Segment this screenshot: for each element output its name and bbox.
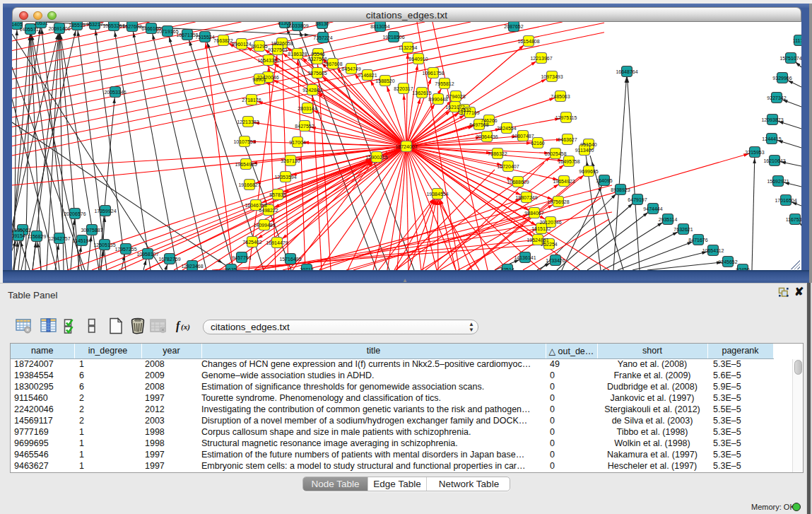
svg-text:3824554: 3824554 bbox=[497, 126, 516, 131]
svg-text:3267130: 3267130 bbox=[281, 158, 300, 163]
svg-text:62160: 62160 bbox=[531, 141, 545, 146]
svg-text:8220317: 8220317 bbox=[394, 86, 413, 91]
svg-text:15751074: 15751074 bbox=[779, 56, 801, 61]
svg-text:1733426: 1733426 bbox=[546, 258, 565, 263]
svg-text:10807487: 10807487 bbox=[512, 134, 534, 139]
svg-text:20531: 20531 bbox=[34, 22, 48, 25]
svg-text:7955812: 7955812 bbox=[435, 81, 454, 86]
svg-text:7515524: 7515524 bbox=[195, 35, 214, 40]
svg-text:917004: 917004 bbox=[289, 140, 305, 145]
svg-text:7625402: 7625402 bbox=[242, 240, 261, 245]
svg-text:9463627: 9463627 bbox=[558, 137, 577, 142]
svg-text:8454749: 8454749 bbox=[341, 66, 360, 71]
svg-text:20206576: 20206576 bbox=[64, 211, 86, 216]
svg-text:9884067: 9884067 bbox=[524, 211, 543, 216]
svg-text:8990448: 8990448 bbox=[428, 97, 447, 102]
svg-text:9474444: 9474444 bbox=[643, 206, 662, 211]
svg-text:1588520: 1588520 bbox=[375, 78, 394, 83]
svg-text:8938923: 8938923 bbox=[611, 187, 630, 192]
svg-text:9457791: 9457791 bbox=[232, 255, 251, 260]
svg-text:9777169: 9777169 bbox=[460, 110, 479, 115]
svg-text:18724007: 18724007 bbox=[395, 144, 417, 149]
svg-text:9242848: 9242848 bbox=[302, 88, 322, 93]
svg-text:19384554: 19384554 bbox=[426, 192, 448, 197]
svg-text:19166827: 19166827 bbox=[238, 182, 260, 187]
svg-text:8960124: 8960124 bbox=[232, 42, 251, 47]
svg-text:39154: 39154 bbox=[12, 233, 25, 238]
svg-text:9327508: 9327508 bbox=[307, 57, 326, 62]
svg-text:10961758: 10961758 bbox=[422, 71, 444, 76]
svg-text:11172: 11172 bbox=[793, 38, 801, 43]
svg-text:9245652: 9245652 bbox=[718, 259, 737, 264]
svg-text:12213383: 12213383 bbox=[237, 119, 259, 124]
svg-text:7357224: 7357224 bbox=[313, 35, 332, 40]
svg-text:(x): (x) bbox=[181, 322, 190, 332]
svg-text:1527602: 1527602 bbox=[122, 24, 141, 29]
svg-text:12353594: 12353594 bbox=[274, 175, 296, 180]
svg-text:1145194: 1145194 bbox=[73, 238, 92, 243]
svg-text:12505135: 12505135 bbox=[93, 243, 115, 247]
svg-text:8186328: 8186328 bbox=[288, 52, 307, 57]
svg-text:15900215: 15900215 bbox=[365, 155, 387, 160]
svg-text:2087652: 2087652 bbox=[504, 24, 523, 29]
svg-text:6479197: 6479197 bbox=[628, 197, 647, 202]
svg-text:14055712: 14055712 bbox=[19, 27, 41, 32]
svg-text:9227342: 9227342 bbox=[767, 95, 786, 100]
svg-text:16046758: 16046758 bbox=[245, 203, 266, 208]
svg-text:30975887: 30975887 bbox=[81, 228, 102, 233]
svg-text:10653267: 10653267 bbox=[102, 23, 124, 28]
svg-text:18807249: 18807249 bbox=[515, 195, 537, 200]
svg-text:15692971: 15692971 bbox=[767, 179, 789, 184]
svg-text:16495758: 16495758 bbox=[558, 159, 579, 164]
svg-text:891295: 891295 bbox=[251, 44, 267, 49]
svg-text:7386322: 7386322 bbox=[488, 151, 507, 156]
svg-text:857833: 857833 bbox=[269, 192, 286, 197]
svg-text:10958107: 10958107 bbox=[136, 252, 158, 257]
svg-text:12975115: 12975115 bbox=[555, 115, 577, 120]
svg-text:18226058: 18226058 bbox=[271, 41, 293, 46]
svg-text:2718176: 2718176 bbox=[242, 98, 261, 103]
svg-text:12213967: 12213967 bbox=[530, 56, 552, 61]
svg-text:20691406: 20691406 bbox=[48, 26, 70, 31]
svg-text:88130: 88130 bbox=[315, 22, 329, 26]
svg-text:12093873: 12093873 bbox=[761, 117, 783, 122]
svg-text:9327503: 9327503 bbox=[268, 47, 287, 52]
svg-text:164095: 164095 bbox=[596, 178, 612, 183]
svg-text:963217: 963217 bbox=[86, 22, 102, 27]
svg-text:1244415: 1244415 bbox=[762, 136, 781, 141]
svg-text:185519: 185519 bbox=[69, 23, 85, 28]
svg-text:7632621: 7632621 bbox=[673, 227, 693, 232]
svg-text:7485063: 7485063 bbox=[551, 94, 570, 99]
svg-text:1167533: 1167533 bbox=[786, 217, 801, 222]
svg-text:2803144: 2803144 bbox=[298, 106, 317, 111]
svg-text:14099489: 14099489 bbox=[253, 223, 275, 228]
svg-text:10025458: 10025458 bbox=[544, 151, 566, 156]
svg-text:10719165: 10719165 bbox=[156, 29, 178, 34]
svg-text:12942757: 12942757 bbox=[48, 236, 70, 241]
svg-text:7663822: 7663822 bbox=[213, 38, 233, 43]
svg-text:9113400: 9113400 bbox=[575, 148, 594, 153]
svg-text:19756928: 19756928 bbox=[547, 199, 569, 204]
svg-text:8427552: 8427552 bbox=[295, 124, 314, 129]
svg-text:15716485: 15716485 bbox=[279, 257, 301, 262]
svg-text:6497568: 6497568 bbox=[469, 122, 488, 127]
svg-text:16648764: 16648764 bbox=[616, 69, 637, 74]
svg-text:252254: 252254 bbox=[541, 242, 557, 247]
svg-text:16782759: 16782759 bbox=[158, 257, 180, 262]
svg-text:19218506: 19218506 bbox=[382, 35, 404, 40]
svg-text:9146821: 9146821 bbox=[358, 73, 377, 78]
svg-text:19654923: 19654923 bbox=[553, 179, 575, 184]
svg-text:17359924: 17359924 bbox=[94, 209, 116, 214]
svg-text:95546: 95546 bbox=[311, 52, 325, 57]
svg-text:20364436: 20364436 bbox=[476, 134, 498, 139]
svg-text:10107553: 10107553 bbox=[233, 139, 255, 144]
svg-text:1156829: 1156829 bbox=[28, 234, 47, 239]
svg-text:2867608: 2867608 bbox=[323, 62, 342, 66]
svg-text:6794028: 6794028 bbox=[446, 94, 465, 99]
svg-text:16210643: 16210643 bbox=[763, 158, 785, 163]
svg-text:16033809: 16033809 bbox=[286, 23, 308, 28]
svg-text:17016504: 17016504 bbox=[775, 198, 796, 203]
svg-text:8471676: 8471676 bbox=[688, 238, 707, 243]
svg-text:951540: 951540 bbox=[580, 142, 596, 147]
svg-text:19654985: 19654985 bbox=[235, 162, 257, 167]
